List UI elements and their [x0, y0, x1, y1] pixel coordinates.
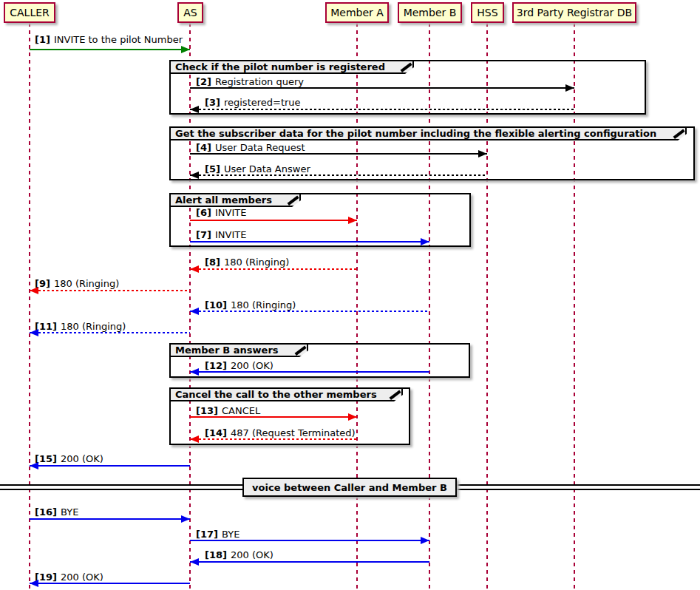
message-line	[30, 49, 190, 50]
message-line	[30, 290, 190, 291]
message-line	[30, 583, 190, 584]
participant-caller: CALLER	[4, 2, 55, 23]
arrowhead-left-icon	[30, 287, 38, 294]
message-label: [11]180 (Ringing)	[35, 322, 126, 332]
frame-label: Check if the pilot number is registered	[175, 61, 385, 72]
participant-as: AS	[177, 2, 203, 23]
message-line	[190, 540, 429, 541]
arrowhead-left-icon	[30, 580, 38, 587]
arrowhead-right-icon	[565, 84, 574, 92]
message-seq: [6]	[196, 207, 211, 218]
frame-label: Get the subscriber data for the pilot nu…	[175, 128, 656, 139]
message-text: registered=true	[224, 97, 301, 108]
message-text: BYE	[222, 529, 239, 540]
frame-cancel-other-members-tab: Cancel the call to the other members	[169, 387, 403, 401]
message-label: [8]180 (Ringing)	[205, 257, 289, 268]
message-text: User Data Request	[215, 142, 305, 153]
message-label: [18]200 (OK)	[205, 550, 273, 560]
message-line	[190, 371, 429, 373]
message-label: [4]User Data Request	[196, 143, 305, 153]
message-label: [15]200 (OK)	[35, 454, 103, 464]
participant-label: CALLER	[10, 7, 50, 18]
message-seq: [14]	[205, 427, 227, 438]
message-label: [3]registered=true	[205, 98, 301, 108]
frame-member-b-answers-tab: Member B answers	[169, 343, 308, 357]
arrowhead-right-icon	[478, 150, 487, 157]
message-label: [12]200 (OK)	[205, 361, 273, 371]
message-text: 200 (OK)	[61, 453, 103, 464]
message-line	[190, 438, 357, 440]
message-text: INVITE	[215, 229, 246, 240]
message-seq: [3]	[205, 97, 220, 108]
message-label: [19]200 (OK)	[35, 572, 103, 583]
arrowhead-right-icon	[181, 46, 190, 53]
participant-hss: HSS	[471, 2, 504, 23]
message-seq: [18]	[205, 549, 227, 560]
message-text: 200 (OK)	[231, 549, 273, 560]
message-line	[30, 518, 190, 520]
participant-label: AS	[183, 7, 197, 18]
message-label: [1]INVITE to the pilot Number	[35, 35, 183, 45]
divider-voice: voice between Caller and Member B	[242, 478, 457, 497]
participant-label: Member B	[404, 7, 457, 18]
message-seq: [8]	[205, 257, 220, 268]
frame-check-registered-tab: Check if the pilot number is registered	[169, 60, 414, 74]
message-text: INVITE	[215, 207, 246, 218]
message-seq: [7]	[196, 229, 211, 240]
arrowhead-left-icon	[190, 172, 199, 179]
message-line	[190, 416, 357, 418]
arrowhead-right-icon	[421, 238, 429, 245]
message-label: [2]Registration query	[196, 77, 304, 87]
arrowhead-left-icon	[30, 329, 38, 336]
message-label: [14]487 (Request Terminated)	[205, 428, 356, 438]
message-seq: [10]	[205, 299, 227, 311]
arrowhead-right-icon	[181, 515, 190, 523]
message-label: [6]INVITE	[196, 208, 246, 218]
message-line	[190, 268, 357, 270]
message-seq: [1]	[35, 34, 50, 45]
arrowhead-left-icon	[190, 435, 199, 443]
message-seq: [12]	[205, 360, 227, 371]
message-seq: [16]	[35, 506, 57, 518]
lifeline-caller	[29, 23, 30, 590]
frame-label: Member B answers	[175, 345, 279, 356]
message-label: [16]BYE	[35, 507, 78, 518]
message-text: 200 (OK)	[231, 360, 273, 371]
arrowhead-right-icon	[348, 217, 357, 224]
participant-label: 3rd Party Registrar DB	[517, 7, 632, 18]
arrowhead-left-icon	[190, 106, 199, 113]
message-label: [10]180 (Ringing)	[205, 300, 296, 311]
message-text: 180 (Ringing)	[54, 278, 119, 289]
message-label: [5]User Data Answer	[205, 164, 310, 174]
arrowhead-left-icon	[190, 368, 199, 376]
arrowhead-left-icon	[30, 462, 38, 469]
message-line	[190, 311, 429, 312]
message-text: BYE	[61, 506, 78, 518]
frame-label: Cancel the call to the other members	[175, 389, 377, 400]
message-seq: [13]	[196, 405, 218, 416]
message-seq: [5]	[205, 163, 220, 174]
message-text: 180 (Ringing)	[231, 299, 296, 311]
participant-member-a: Member A	[325, 2, 389, 23]
message-text: 180 (Ringing)	[61, 321, 126, 332]
message-seq: [4]	[196, 142, 211, 153]
participant-registrar-db: 3rd Party Registrar DB	[512, 2, 636, 23]
frame-alert-all-members-tab: Alert all members	[169, 193, 301, 207]
arrowhead-right-icon	[421, 537, 429, 544]
message-line	[190, 87, 574, 89]
message-line	[30, 332, 190, 333]
arrowhead-right-icon	[348, 413, 357, 421]
message-line	[190, 153, 487, 155]
frame-label: Alert all members	[175, 194, 272, 206]
arrowhead-left-icon	[190, 558, 199, 566]
message-line	[30, 465, 190, 467]
divider-label: voice between Caller and Member B	[252, 482, 447, 493]
message-text: User Data Answer	[224, 163, 310, 174]
sequence-diagram: Check if the pilot number is registered …	[0, 0, 700, 590]
message-line	[190, 174, 487, 176]
frame-get-subscriber-data-tab: Get the subscriber data for the pilot nu…	[169, 126, 687, 140]
message-line	[190, 241, 429, 243]
participant-label: HSS	[477, 7, 497, 18]
message-text: 200 (OK)	[61, 572, 103, 583]
message-line	[190, 220, 357, 221]
